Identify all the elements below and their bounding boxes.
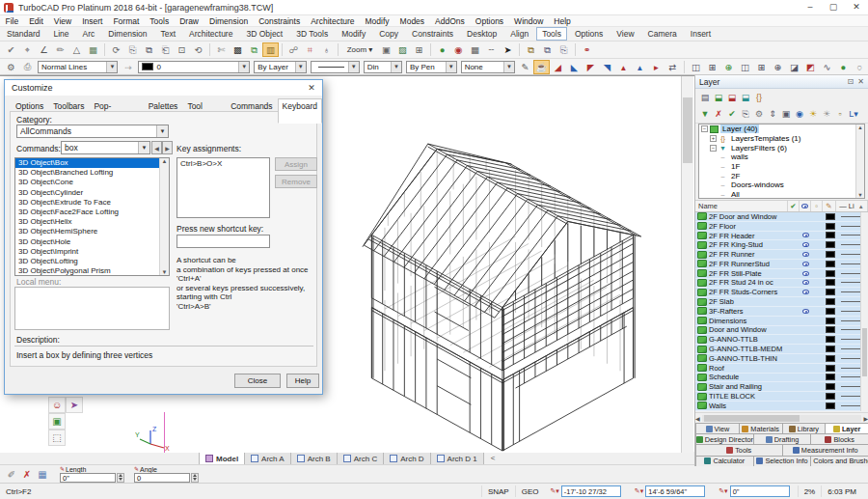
shortcut-input[interactable] — [176, 235, 270, 248]
menu-dimension[interactable]: Dimension — [204, 15, 254, 27]
record-red-icon[interactable]: ◉ — [450, 42, 467, 57]
copy-tool-icon[interactable]: ⎘ — [124, 42, 141, 57]
eye-icon[interactable] — [802, 233, 809, 237]
viewport-one-icon[interactable]: ◫ — [688, 60, 704, 74]
menu-insert[interactable]: Insert — [77, 15, 108, 27]
layer-color-swatch[interactable] — [826, 318, 835, 324]
canvas-vertical-scrollbar[interactable] — [681, 76, 693, 453]
palette-tab-library[interactable]: Library — [782, 423, 827, 433]
minimize-button[interactable]: – — [799, 0, 822, 14]
column-linestyle[interactable]: —Li▲ — [836, 201, 868, 211]
tree-item-1f[interactable]: –1F — [699, 162, 864, 172]
chevron-down-icon[interactable]: ▼ — [156, 125, 168, 137]
column-visible-check-icon[interactable]: ✔ — [788, 201, 800, 211]
eye-icon[interactable] — [802, 280, 809, 285]
layer-color-swatch[interactable] — [826, 402, 835, 409]
sheet-tab-arch-d-1[interactable]: Arch D 1 — [430, 452, 484, 464]
tree-item-layersfilters-6-[interactable]: −▼LayersFilters (6) — [699, 143, 864, 152]
link-pen-icon[interactable]: ⇢ — [120, 60, 136, 74]
toolbar-tab-3d-object[interactable]: 3D Object — [240, 27, 288, 41]
pen-width-combo[interactable]: 0▼ — [138, 61, 250, 73]
layer-color-swatch[interactable] — [826, 308, 835, 315]
snap-d-icon[interactable]: ⇄ — [665, 60, 681, 74]
toolbar-tab-desktop[interactable]: Desktop — [461, 27, 502, 41]
marquee-icon[interactable]: ⬚ — [48, 430, 66, 446]
chevron-down-icon[interactable]: ▼ — [295, 62, 306, 72]
x-coordinate-field[interactable]: -17'-10 27/32 — [561, 485, 621, 497]
layer-row-roof[interactable]: Roof — [695, 364, 868, 374]
layer-color-swatch[interactable] — [826, 298, 835, 305]
layer-red-icon[interactable]: ⬓ — [725, 91, 739, 104]
eye-icon[interactable] — [802, 242, 809, 247]
eye-cell[interactable] — [800, 309, 811, 314]
grid-dark-icon[interactable]: ▩ — [230, 42, 246, 57]
palette-tab-selection-info[interactable]: Selection Info — [753, 456, 812, 466]
local-menu-box[interactable] — [14, 287, 170, 330]
pointer-icon[interactable]: ➤ — [66, 397, 83, 413]
close-button[interactable]: ✕ — [845, 0, 868, 14]
tree-expander-icon[interactable]: − — [710, 145, 717, 152]
palette-tab-calculator[interactable]: Calculator — [695, 456, 754, 466]
command-item[interactable]: 3D Object\Imprint — [15, 247, 169, 257]
eye-icon[interactable] — [802, 290, 809, 294]
sheet-scroll-left-icon[interactable]: < — [491, 454, 496, 462]
delete-layer-icon[interactable]: ✗ — [712, 107, 725, 121]
command-item[interactable]: 3D Object\Extrude To Face — [15, 198, 169, 208]
layer-grid-scrollbar[interactable] — [860, 212, 868, 411]
by-layer-combo[interactable]: By Layer▼ — [254, 61, 307, 73]
key-assignments-list[interactable]: Ctrl>B>O>X — [176, 157, 270, 218]
pin-icon[interactable]: ⊡ — [848, 77, 854, 86]
folder-a-icon[interactable]: ⧉ — [523, 42, 539, 57]
wave-tool-icon[interactable]: ∿ — [819, 60, 835, 74]
lightbox-icon[interactable]: ⊞ — [411, 42, 427, 57]
viewport-center-icon[interactable]: ⊕ — [720, 60, 737, 74]
command-item[interactable]: 3D Object\Face2Face Lofting — [15, 208, 169, 217]
tree-item-layer-40-[interactable]: −Layer (40) — [699, 125, 864, 134]
rings-red-icon[interactable]: ⚭ — [579, 42, 595, 57]
eye-cell[interactable] — [800, 290, 811, 294]
layer-color-swatch[interactable] — [826, 383, 835, 390]
toolbar-tab-text[interactable]: Text — [154, 27, 181, 41]
sheet-tab-arch-b[interactable]: Arch B — [290, 452, 338, 464]
select-check-icon[interactable]: ▣ — [48, 413, 66, 430]
layer-row-2f-floor[interactable]: 2F Floor — [695, 222, 868, 232]
command-item[interactable]: 3D Object\Lofting — [15, 257, 169, 266]
pen-style-combo[interactable]: Normal Lines▼ — [38, 61, 118, 73]
lock-layer-icon[interactable]: ▫ — [833, 107, 847, 121]
rotate-view-icon[interactable]: ⟳ — [108, 42, 124, 57]
eye-cell[interactable] — [800, 233, 811, 237]
toolbar-tab-3d-tools[interactable]: 3D Tools — [290, 27, 334, 41]
zoom-percent[interactable]: 2% — [798, 485, 822, 497]
transform-3d-icon[interactable]: ⊡ — [174, 42, 190, 57]
table-icon[interactable]: ▦ — [35, 467, 50, 482]
line-style-combo[interactable]: ▼ — [311, 61, 360, 73]
dash-tool-icon[interactable]: ╌ — [483, 42, 500, 57]
menu-draw[interactable]: Draw — [175, 15, 204, 27]
refresh-layers-icon[interactable]: ▤ — [698, 91, 712, 104]
chevron-down-icon[interactable]: ▼ — [391, 62, 401, 72]
eye-icon[interactable] — [802, 309, 809, 314]
command-item[interactable]: 3D Object\Hole — [15, 237, 169, 247]
toolbar-tab-standard[interactable]: Standard — [1, 27, 46, 41]
snap-c-icon[interactable]: ▸ — [648, 60, 665, 74]
toolbar-tab-modify[interactable]: Modify — [336, 27, 371, 41]
layer-row-3f-rafters[interactable]: 3F-Rafters — [695, 307, 868, 317]
tree-expander-icon[interactable]: − — [701, 125, 708, 132]
layer-row-dimensions[interactable]: Dimensions — [695, 317, 868, 326]
toolbar-tab-copy[interactable]: Copy — [373, 27, 404, 41]
apply-layer-icon[interactable]: ✔ — [725, 107, 739, 121]
format-combo[interactable]: Din▼ — [364, 61, 402, 73]
command-item[interactable]: 3D Object\Helix — [15, 217, 169, 227]
menu-file[interactable]: File — [0, 15, 24, 27]
palette-tab-layer[interactable]: Layer — [825, 423, 868, 433]
folder-b-icon[interactable]: ⧉ — [539, 42, 556, 57]
gear-icon[interactable]: ⚙ — [3, 60, 19, 74]
stack-copy-icon[interactable]: ⧉ — [141, 42, 157, 57]
chevron-down-icon[interactable]: ▼ — [106, 62, 117, 72]
commands-list-scrollbar[interactable]: ▲▼ — [159, 158, 169, 275]
grid-small-icon[interactable]: ▦ — [467, 42, 483, 57]
toolbar-tab-insert[interactable]: Insert — [685, 27, 717, 41]
sheet-tab-model[interactable]: Model — [199, 452, 245, 464]
toolbar-tab-dimension[interactable]: Dimension — [102, 27, 152, 41]
scrollbar-thumb[interactable] — [683, 97, 692, 163]
